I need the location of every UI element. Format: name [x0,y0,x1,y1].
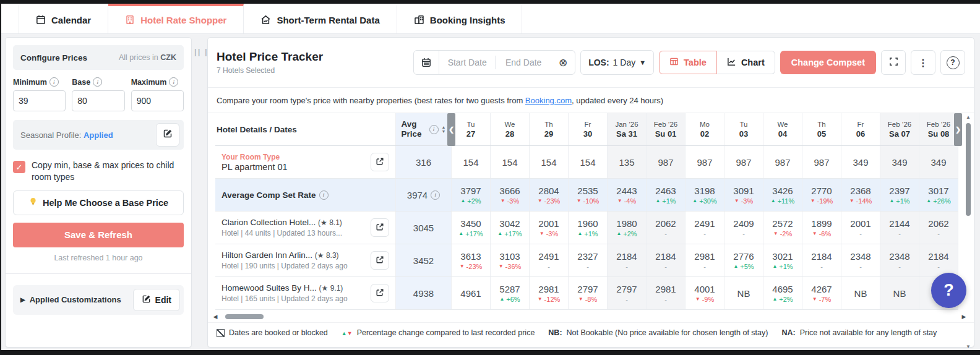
customizations-edit-button[interactable]: Edit [133,289,180,311]
change-indicator: - [703,230,706,237]
down-triangle-icon: ▼ [578,296,583,302]
rate-cell: 2770▼-19% [802,179,841,211]
help-button[interactable]: ? [940,50,965,75]
expand-columns-handle[interactable]: ❯ [954,113,962,146]
rate-cell: 349 [919,146,958,178]
up-triangle-icon: ▲ [889,198,894,203]
rate-cell: 2144- [880,212,919,244]
external-link-icon [376,255,384,266]
scroll-up-arrow[interactable]: ▲ [965,114,972,120]
date-column-header: Feb ’26Sa 07 [880,113,919,145]
tab-label: Short-Term Rental Data [277,15,379,25]
rate-cell: 2535▼-10% [569,179,608,211]
seasonal-profile-status-link[interactable]: Applied [84,130,113,140]
down-triangle-icon: ▼ [577,198,582,203]
sort-icon[interactable]: ▲▼ [442,125,446,134]
tab-hotel-rate-shopper[interactable]: Hotel Rate Shopper [108,4,244,33]
change-indicator: - [859,230,862,237]
booked-blocked-icon [217,329,225,337]
table-view-button[interactable]: Table [659,51,717,74]
change-indicator: - [742,230,745,237]
rate-cell: 2062- [919,212,958,244]
external-link-button[interactable] [371,218,389,237]
configure-prices-title: Configure Prices [20,53,87,62]
seasonal-profile-edit-button[interactable] [156,123,179,147]
rate-cell: 987 [724,146,763,178]
tab-booking-insights[interactable]: Booking Insights [397,4,523,33]
booking-com-link[interactable]: Booking.com [525,96,572,105]
horizontal-scroll-thumb[interactable] [225,314,264,319]
maximum-price-input[interactable] [131,90,184,111]
horizontal-scroll-track[interactable] [220,311,959,322]
rate-cell: 2981▼-12% [530,277,569,309]
change-indicator: ▼-3% [501,197,519,205]
change-compset-button[interactable]: Change Compset [780,51,876,74]
rate-cell: 2348- [880,244,919,276]
legend-item: Dates are booked or blocked [217,328,328,337]
minimum-price-input[interactable] [13,90,66,111]
help-icon: ? [947,56,960,69]
rate-cell: 987 [647,146,686,178]
vertical-scroll-thumb[interactable] [966,123,971,216]
external-link-button[interactable] [371,251,389,270]
rate-cell: 2443▼-4% [608,179,647,211]
change-indicator: ▲+30% [692,197,716,205]
app-window: CalendarHotel Rate ShopperShort-Term Ren… [0,0,980,355]
collapse-columns-handle[interactable]: ❮ [447,113,455,146]
rate-cell: 3042▲+17% [491,212,530,244]
currency-code: CZK [160,53,176,62]
avg-price-cell: 3452 [396,244,452,276]
copy-prices-checkbox[interactable]: ✓ [13,161,25,173]
configure-prices-panel: Configure Prices All prices in CZK Minim… [5,37,192,348]
calendar-icon[interactable] [414,51,439,74]
help-base-price-button[interactable]: Help Me Choose a Base Price [13,190,184,215]
rate-cell: 2409- [724,212,763,244]
header-controls: Start Date End Date ⊗ LOS:1 Day▼ Table C… [413,50,965,75]
chart-view-button[interactable]: Chart [717,51,775,74]
external-link-button[interactable] [371,284,389,302]
hotel-rating: (★ 8.3) [315,251,339,260]
applied-customizations-box: ▶Applied Customizations Edit [13,285,184,315]
rate-cell: 3017▲+26% [919,179,958,211]
change-indicator: - [548,263,550,270]
more-options-button[interactable]: ⋮ [911,50,935,75]
legend-item: NB: Not Bookable (No price available for… [548,328,768,337]
field-minimum: Minimumi [13,77,66,111]
scroll-left-arrow[interactable]: ◀ [210,314,220,320]
external-link-button[interactable] [371,153,389,171]
down-triangle-icon: ▼ [812,231,817,236]
end-date-input[interactable]: End Date [496,58,551,67]
save-refresh-button[interactable]: Save & Refresh [13,223,184,247]
support-chat-bubble[interactable]: ? [931,273,966,308]
sidebar-divider [6,273,191,274]
base-price-input[interactable] [72,90,124,111]
avg-price-header: Avg Price i ▲▼ [396,113,452,145]
hotel-meta: Hotel | 165 units | Updated 2 days ago [221,294,348,303]
table-row-hotel: Homewood Suites By H... (★ 9.1)Hotel | 1… [215,277,958,310]
los-dropdown[interactable]: LOS:1 Day▼ [580,50,654,75]
rate-cell: 4267▼-7% [802,277,841,309]
date-column-header: We28 [491,113,530,145]
hotels-selected-count: 7 Hotels Selected [217,66,323,75]
start-date-input[interactable]: Start Date [439,58,495,67]
change-indicator: ▼-14% [849,197,872,205]
scroll-down-arrow[interactable]: ▼ [965,344,972,349]
tab-label: Hotel Rate Shopper [140,15,226,25]
change-indicator: - [898,230,901,237]
date-column-header: Feb ’26Su 01 [647,113,686,145]
down-triangle-icon: ▼ [810,198,815,203]
tab-calendar[interactable]: Calendar [19,4,108,33]
rate-cell: 154 [530,146,569,178]
rate-cell: 154 [452,146,491,178]
tab-bar: CalendarHotel Rate ShopperShort-Term Ren… [1,4,980,34]
applied-customizations-toggle[interactable]: ▶Applied Customizations [20,295,121,304]
clear-dates-icon[interactable]: ⊗ [551,51,575,74]
tab-short-term-rental-data[interactable]: Short-Term Rental Data [244,4,397,33]
change-indicator: ▲+17% [497,230,522,237]
field-label: Basei [72,77,124,87]
fullscreen-button[interactable] [881,50,906,75]
hotel-name-cell: Your Room TypePL apartment 01 [215,146,396,178]
rate-table: Hotel Details / Dates Avg Price i ▲▼ Tu2… [215,113,958,310]
external-link-icon [376,223,384,233]
rate-cell: 4001▼-9% [686,277,724,309]
